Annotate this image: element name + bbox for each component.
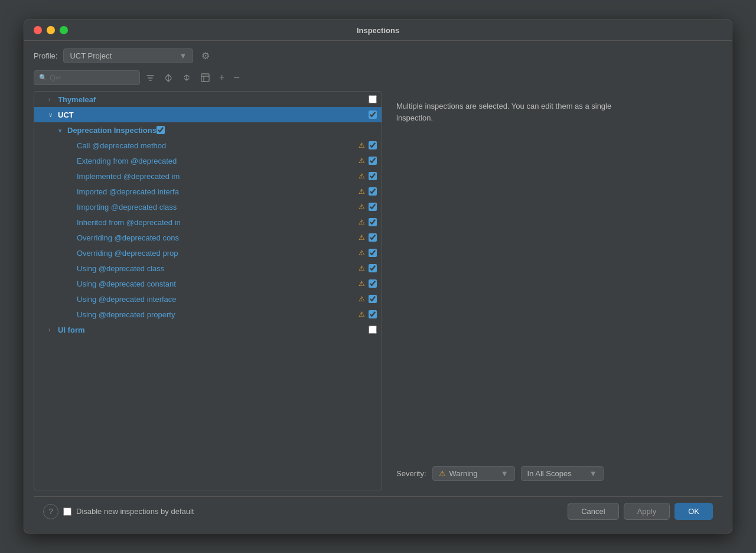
inspections-dialog: Inspections Profile: UCT Project ▼ ⚙ 🔍	[24, 19, 732, 534]
overriding-prop-checkbox[interactable]	[369, 249, 377, 257]
implemented-label: Implemented @deprecated im	[77, 172, 359, 181]
minus-icon: –	[234, 72, 239, 83]
profile-row: Profile: UCT Project ▼ ⚙	[34, 48, 722, 64]
uct-label: UCT	[58, 110, 369, 119]
disable-new-inspections-checkbox[interactable]	[63, 508, 71, 516]
svg-rect-0	[201, 74, 209, 82]
tree-area: › Thymeleaf ∨ UCT ∨ Deprecation Inspecti…	[34, 92, 382, 490]
tree-item-using-property[interactable]: Using @deprecated property ⚠	[34, 307, 382, 322]
severity-arrow-icon: ▼	[501, 469, 509, 478]
disable-new-inspections-label: Disable new inspections by default	[76, 507, 194, 516]
multi-select-message: Multiple inspections are selected. You c…	[396, 100, 621, 123]
tree-item-extending[interactable]: Extending from @deprecated ⚠	[34, 153, 382, 168]
imported-label: Imported @deprecated interfa	[77, 187, 359, 196]
tree-item-using-class[interactable]: Using @deprecated class ⚠	[34, 261, 382, 276]
overriding-cons-label: Overriding @deprecated cons	[77, 233, 359, 242]
using-interface-checkbox[interactable]	[369, 295, 377, 303]
toolbar-row: 🔍 + –	[34, 70, 722, 85]
profile-dropdown[interactable]: UCT Project ▼	[63, 48, 193, 63]
cancel-button[interactable]: Cancel	[568, 503, 618, 520]
right-content: Multiple inspections are selected. You c…	[396, 100, 708, 481]
implemented-checkbox[interactable]	[369, 172, 377, 180]
search-icon: 🔍	[39, 74, 47, 82]
tree-item-inherited[interactable]: Inherited from @deprecated in ⚠	[34, 214, 382, 230]
inherited-label: Inherited from @deprecated in	[77, 218, 359, 227]
warning-icon-using-constant: ⚠	[359, 279, 365, 288]
tree-item-uct[interactable]: ∨ UCT	[34, 107, 382, 122]
tree-item-imported[interactable]: Imported @deprecated interfa ⚠	[34, 184, 382, 199]
title-bar: Inspections	[24, 20, 732, 41]
window-controls	[34, 26, 68, 34]
ok-button[interactable]: OK	[674, 503, 713, 520]
tree-item-call-deprecated[interactable]: Call @deprecated method ⚠	[34, 138, 382, 153]
dialog-title: Inspections	[357, 26, 399, 35]
chevron-right-icon: ›	[48, 96, 58, 103]
call-deprecated-label: Call @deprecated method	[77, 141, 359, 150]
minimize-button[interactable]	[47, 26, 55, 34]
tree-item-ui-form[interactable]: › UI form	[34, 322, 382, 337]
expand-all-button[interactable]	[161, 71, 177, 84]
warning-icon-using-property: ⚠	[359, 310, 365, 318]
tree-item-using-constant[interactable]: Using @deprecated constant ⚠	[34, 276, 382, 291]
warning-icon-inherited: ⚠	[359, 218, 365, 226]
remove-button[interactable]: –	[230, 70, 243, 85]
thymeleaf-checkbox[interactable]	[369, 95, 377, 103]
gear-button[interactable]: ⚙	[199, 48, 212, 64]
overriding-prop-label: Overriding @deprecated prop	[77, 249, 359, 258]
warning-icon-importing: ⚠	[359, 203, 365, 211]
using-constant-checkbox[interactable]	[369, 279, 377, 288]
ui-form-label: UI form	[58, 326, 369, 334]
close-button[interactable]	[34, 26, 42, 34]
add-button[interactable]: +	[216, 70, 228, 85]
search-input[interactable]	[50, 73, 135, 82]
filter-button[interactable]	[142, 71, 158, 84]
search-box[interactable]: 🔍	[34, 70, 140, 85]
tree-item-deprecation[interactable]: ∨ Deprecation Inspections	[34, 122, 382, 138]
inherited-checkbox[interactable]	[369, 218, 377, 226]
using-property-label: Using @deprecated property	[77, 310, 359, 319]
tree-item-implemented[interactable]: Implemented @deprecated im ⚠	[34, 168, 382, 184]
profile-value: UCT Project	[70, 51, 112, 60]
using-class-checkbox[interactable]	[369, 264, 377, 272]
chevron-down-icon: ∨	[48, 112, 58, 118]
scope-arrow-icon: ▼	[589, 469, 597, 478]
overriding-cons-checkbox[interactable]	[369, 233, 377, 242]
uct-checkbox[interactable]	[369, 110, 377, 119]
using-class-label: Using @deprecated class	[77, 264, 359, 273]
footer: ? Disable new inspections by default Can…	[34, 496, 722, 526]
tree-item-using-interface[interactable]: Using @deprecated interface ⚠	[34, 291, 382, 307]
warning-icon-overriding-cons: ⚠	[359, 233, 365, 242]
tree-item-overriding-prop[interactable]: Overriding @deprecated prop ⚠	[34, 245, 382, 261]
deprecation-label: Deprecation Inspections	[67, 126, 157, 135]
warning-triangle-icon: ⚠	[439, 469, 446, 478]
tree-item-overriding-cons[interactable]: Overriding @deprecated cons ⚠	[34, 230, 382, 245]
severity-value: Warning	[449, 469, 478, 478]
scope-dropdown[interactable]: In All Scopes ▼	[521, 466, 604, 481]
imported-checkbox[interactable]	[369, 187, 377, 196]
action-buttons: Cancel Apply OK	[568, 503, 713, 520]
right-panel: Multiple inspections are selected. You c…	[382, 91, 722, 490]
using-interface-label: Using @deprecated interface	[77, 295, 359, 304]
group-button[interactable]	[197, 71, 213, 84]
call-deprecated-checkbox[interactable]	[369, 141, 377, 149]
warning-icon-overriding-prop: ⚠	[359, 249, 365, 257]
apply-button[interactable]: Apply	[624, 503, 670, 520]
profile-label: Profile:	[34, 51, 57, 60]
ui-form-checkbox[interactable]	[369, 326, 377, 334]
main-area: › Thymeleaf ∨ UCT ∨ Deprecation Inspecti…	[34, 91, 722, 490]
maximize-button[interactable]	[60, 26, 68, 34]
tree-item-thymeleaf[interactable]: › Thymeleaf	[34, 92, 382, 107]
importing-checkbox[interactable]	[369, 203, 377, 211]
warning-icon-using-class: ⚠	[359, 264, 365, 272]
tree-item-importing[interactable]: Importing @deprecated class ⚠	[34, 199, 382, 214]
severity-label: Severity:	[396, 469, 426, 478]
thymeleaf-label: Thymeleaf	[58, 95, 369, 104]
collapse-all-button[interactable]	[179, 71, 195, 84]
using-property-checkbox[interactable]	[369, 310, 377, 318]
severity-dropdown[interactable]: ⚠ Warning ▼	[432, 466, 515, 481]
scope-value: In All Scopes	[527, 469, 572, 478]
help-button[interactable]: ?	[43, 504, 58, 519]
warning-icon-imported: ⚠	[359, 187, 365, 196]
deprecation-checkbox[interactable]	[157, 126, 165, 134]
extending-checkbox[interactable]	[369, 157, 377, 165]
